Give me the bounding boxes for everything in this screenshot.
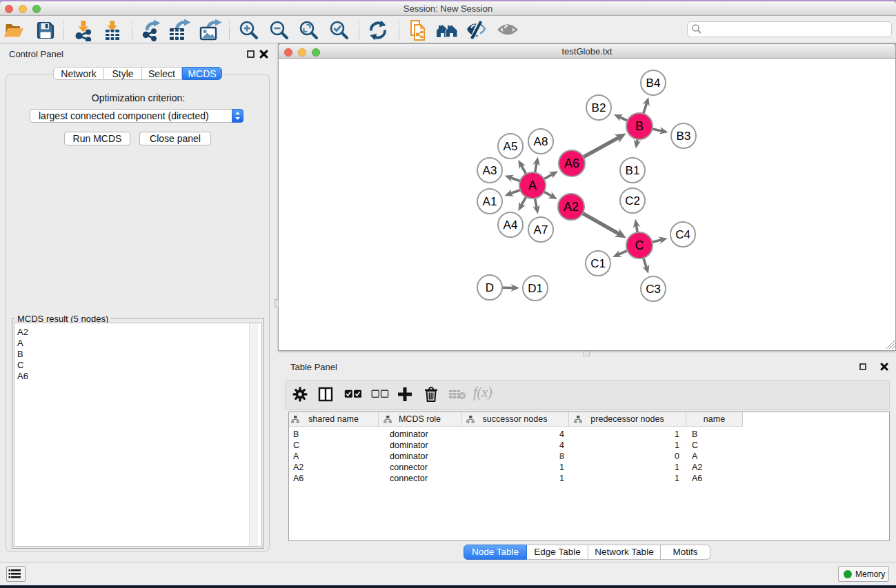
svg-text:A1: A1 [483, 195, 497, 208]
svg-text:A7: A7 [534, 223, 548, 236]
svg-text:B1: B1 [626, 164, 640, 177]
svg-text:C4: C4 [675, 228, 690, 241]
svg-text:A8: A8 [534, 135, 548, 148]
svg-text:C3: C3 [646, 283, 661, 296]
svg-text:A5: A5 [504, 140, 518, 153]
svg-text:A4: A4 [504, 219, 518, 232]
svg-text:B2: B2 [592, 101, 606, 114]
svg-text:A3: A3 [483, 164, 497, 177]
svg-text:A: A [528, 179, 537, 192]
svg-text:B: B [635, 119, 644, 133]
svg-text:D: D [486, 281, 494, 294]
svg-text:D1: D1 [528, 282, 543, 295]
svg-text:A6: A6 [564, 156, 579, 170]
svg-text:C2: C2 [625, 194, 640, 207]
svg-text:C: C [635, 239, 644, 252]
svg-text:B4: B4 [646, 77, 661, 90]
svg-text:C1: C1 [590, 257, 606, 270]
svg-text:A2: A2 [564, 200, 579, 214]
svg-text:B3: B3 [677, 130, 691, 143]
